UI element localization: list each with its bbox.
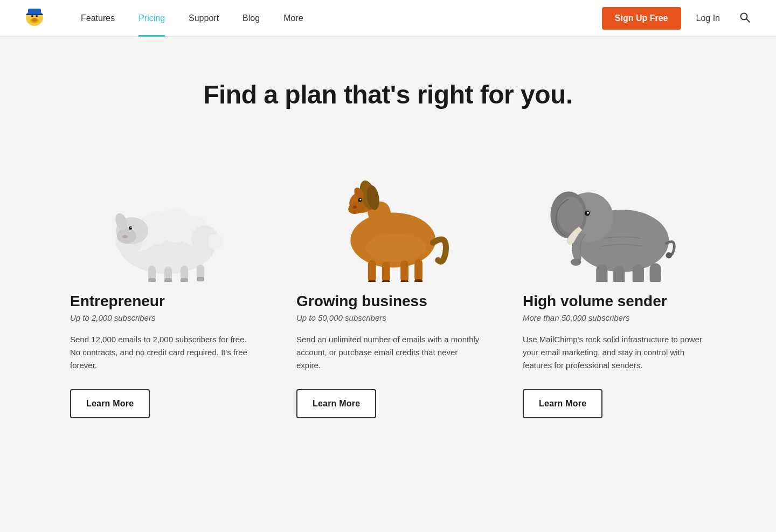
plan-entrepreneur-title: Entrepreneur: [70, 293, 253, 310]
search-icon: [739, 12, 750, 23]
plan-growing-title: Growing business: [296, 293, 480, 310]
login-button[interactable]: Log In: [690, 9, 726, 27]
hero-title: Find a plan that's right for you.: [22, 80, 754, 109]
svg-rect-61: [596, 264, 607, 282]
lamb-illustration: [86, 174, 237, 282]
plan-growing-desc: Send an unlimited number of emails with …: [296, 333, 480, 372]
svg-rect-32: [181, 278, 188, 282]
high-volume-learn-more-button[interactable]: Learn More: [523, 389, 602, 418]
nav-features[interactable]: Features: [69, 0, 127, 37]
svg-point-34: [208, 234, 223, 249]
svg-point-25: [122, 235, 128, 238]
svg-rect-10: [26, 14, 43, 15]
svg-rect-46: [382, 261, 390, 282]
svg-point-58: [571, 259, 581, 266]
svg-rect-45: [368, 260, 376, 282]
plan-growing-business: Growing business Up to 50,000 subscriber…: [275, 131, 501, 440]
svg-point-53: [365, 233, 425, 261]
search-button[interactable]: [735, 8, 754, 29]
svg-point-23: [129, 226, 132, 230]
svg-rect-33: [197, 277, 204, 281]
svg-rect-30: [148, 278, 156, 282]
svg-point-6: [36, 15, 38, 17]
plan-high-volume-image: [523, 131, 706, 282]
plans-grid: Entrepreneur Up to 2,000 subscribers Sen…: [48, 131, 728, 440]
plan-high-volume-subtitle: More than 50,000 subscribers: [523, 313, 706, 322]
plans-section: Entrepreneur Up to 2,000 subscribers Sen…: [0, 131, 776, 483]
nav-support[interactable]: Support: [177, 0, 231, 37]
growing-learn-more-button[interactable]: Learn More: [296, 389, 376, 418]
svg-point-43: [360, 199, 362, 201]
svg-rect-48: [414, 259, 422, 282]
plan-entrepreneur: Entrepreneur Up to 2,000 subscribers Sen…: [48, 131, 275, 440]
horse-illustration: [318, 163, 458, 282]
svg-point-60: [587, 212, 589, 214]
plan-entrepreneur-image: [70, 131, 253, 282]
svg-rect-64: [650, 263, 661, 282]
nav-more[interactable]: More: [272, 0, 315, 37]
nav-pricing[interactable]: Pricing: [127, 0, 177, 37]
svg-rect-52: [414, 279, 422, 282]
svg-rect-62: [613, 266, 625, 282]
nav-right: Sign Up Free Log In: [602, 7, 754, 30]
svg-rect-50: [382, 280, 390, 282]
signup-button[interactable]: Sign Up Free: [602, 7, 681, 30]
svg-line-12: [746, 19, 750, 22]
plan-high-volume: High volume sender More than 50,000 subs…: [501, 131, 728, 440]
svg-rect-63: [633, 264, 644, 282]
svg-rect-51: [400, 280, 408, 282]
nav-links: Features Pricing Support Blog More: [69, 0, 602, 37]
hero-section: Find a plan that's right for you.: [0, 37, 776, 131]
plan-entrepreneur-subtitle: Up to 2,000 subscribers: [70, 313, 253, 322]
plan-high-volume-desc: Use MailChimp's rock solid infrastructur…: [523, 333, 706, 372]
svg-point-69: [666, 252, 672, 259]
svg-point-7: [32, 18, 37, 22]
svg-point-24: [130, 227, 131, 228]
svg-rect-49: [368, 280, 376, 282]
main-nav: Features Pricing Support Blog More Sign …: [0, 0, 776, 37]
svg-rect-31: [164, 278, 172, 282]
entrepreneur-learn-more-button[interactable]: Learn More: [70, 389, 150, 418]
elephant-illustration: [542, 163, 687, 282]
plan-high-volume-title: High volume sender: [523, 293, 706, 310]
plan-entrepreneur-desc: Send 12,000 emails to 2,000 subscribers …: [70, 333, 253, 372]
svg-point-5: [31, 15, 33, 17]
plan-growing-subtitle: Up to 50,000 subscribers: [296, 313, 480, 322]
plan-growing-business-image: [296, 131, 480, 282]
nav-blog[interactable]: Blog: [231, 0, 272, 37]
svg-point-57: [558, 197, 584, 233]
svg-rect-47: [400, 260, 408, 282]
logo[interactable]: [22, 5, 47, 31]
